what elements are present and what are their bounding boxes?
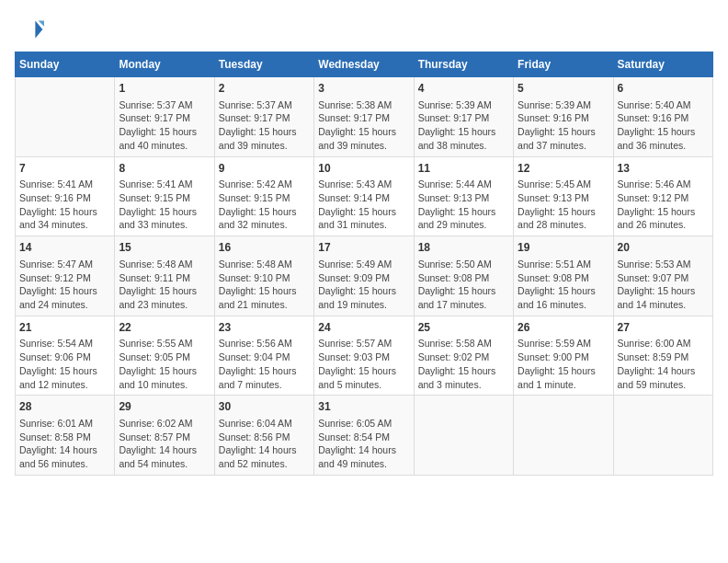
cell-info: Sunrise: 5:39 AM [418,98,509,112]
calendar-cell: 24Sunrise: 5:57 AMSunset: 9:03 PMDayligh… [314,316,414,396]
cell-info: Daylight: 15 hours [618,205,709,219]
calendar-cell: 27Sunrise: 6:00 AMSunset: 8:59 PMDayligh… [613,316,712,396]
calendar-table: SundayMondayTuesdayWednesdayThursdayFrid… [15,52,713,476]
day-number: 2 [219,81,310,97]
col-header-thursday: Thursday [414,52,513,77]
cell-info: Daylight: 15 hours [19,284,110,298]
cell-info: Sunset: 9:16 PM [19,191,110,205]
day-number: 4 [418,81,509,97]
calendar-cell: 8Sunrise: 5:41 AMSunset: 9:15 PMDaylight… [115,156,214,236]
cell-info: and 39 minutes. [219,139,310,153]
cell-info: and 34 minutes. [19,218,110,232]
cell-info: and 19 minutes. [318,298,409,312]
cell-info: Daylight: 15 hours [119,125,210,139]
cell-info: Daylight: 15 hours [219,205,310,219]
cell-info: Sunrise: 5:45 AM [518,178,609,191]
cell-info: Sunrise: 5:37 AM [219,98,310,112]
cell-info: Sunset: 9:12 PM [618,191,709,205]
calendar-cell: 13Sunrise: 5:46 AMSunset: 9:12 PMDayligh… [613,156,712,236]
calendar-cell: 5Sunrise: 5:39 AMSunset: 9:16 PMDaylight… [514,77,613,157]
cell-info: and 40 minutes. [119,139,210,153]
cell-info: Sunset: 9:03 PM [318,350,409,364]
cell-info: Sunset: 9:06 PM [19,350,110,364]
calendar-cell: 9Sunrise: 5:42 AMSunset: 9:15 PMDaylight… [214,156,313,236]
calendar-cell: 15Sunrise: 5:48 AMSunset: 9:11 PMDayligh… [115,236,214,316]
cell-info: Sunrise: 5:40 AM [618,98,709,112]
day-number: 16 [219,240,310,256]
cell-info: Sunrise: 5:48 AM [219,258,310,271]
day-number: 30 [219,399,310,415]
day-number: 22 [119,320,210,336]
cell-info: Sunrise: 5:53 AM [618,258,709,271]
day-number: 14 [19,240,110,256]
day-number: 29 [119,399,210,415]
cell-info: Sunrise: 5:46 AM [618,178,709,191]
cell-info: Sunrise: 5:37 AM [119,98,210,112]
cell-info: Sunset: 9:16 PM [618,111,709,125]
day-number: 9 [219,161,310,177]
cell-info: Sunset: 9:09 PM [318,271,409,285]
day-number: 23 [219,320,310,336]
cell-info: and 56 minutes. [19,457,110,471]
calendar-cell: 12Sunrise: 5:45 AMSunset: 9:13 PMDayligh… [514,156,613,236]
calendar-cell: 3Sunrise: 5:38 AMSunset: 9:17 PMDaylight… [314,77,414,157]
page-header [15,15,713,44]
cell-info: Sunrise: 5:58 AM [418,337,509,350]
cell-info: Sunset: 9:17 PM [418,111,509,125]
cell-info: Sunset: 8:58 PM [19,431,110,444]
cell-info: Daylight: 15 hours [418,364,509,378]
cell-info: Daylight: 15 hours [618,125,709,139]
cell-info: Sunrise: 5:41 AM [19,178,110,191]
cell-info: Daylight: 15 hours [418,284,509,298]
calendar-cell: 11Sunrise: 5:44 AMSunset: 9:13 PMDayligh… [414,156,513,236]
cell-info: Daylight: 15 hours [618,284,709,298]
calendar-cell: 18Sunrise: 5:50 AMSunset: 9:08 PMDayligh… [414,236,513,316]
cell-info: Sunrise: 5:50 AM [418,258,509,271]
cell-info: and 7 minutes. [219,378,310,392]
cell-info: Sunset: 9:15 PM [219,191,310,205]
cell-info: and 23 minutes. [119,298,210,312]
cell-info: Sunrise: 5:48 AM [119,258,210,271]
cell-info: Daylight: 15 hours [19,205,110,219]
cell-info: Daylight: 15 hours [119,205,210,219]
cell-info: Sunset: 9:12 PM [19,271,110,285]
day-number: 13 [618,161,709,177]
cell-info: Daylight: 15 hours [518,205,609,219]
cell-info: Sunset: 9:16 PM [518,111,609,125]
cell-info: Sunrise: 5:38 AM [318,98,409,112]
calendar-cell [613,396,712,476]
cell-info: and 5 minutes. [318,378,409,392]
cell-info: and 32 minutes. [219,218,310,232]
cell-info: Sunset: 8:59 PM [618,350,709,364]
cell-info: and 24 minutes. [19,298,110,312]
cell-info: Sunrise: 5:44 AM [418,178,509,191]
cell-info: Sunset: 9:04 PM [219,350,310,364]
cell-info: and 31 minutes. [318,218,409,232]
cell-info: Sunrise: 5:57 AM [318,337,409,350]
cell-info: Sunrise: 5:42 AM [219,178,310,191]
day-number: 1 [119,81,210,97]
day-number: 15 [119,240,210,256]
cell-info: Sunset: 9:17 PM [318,111,409,125]
col-header-sunday: Sunday [16,52,115,77]
cell-info: Daylight: 14 hours [318,443,409,457]
calendar-cell: 16Sunrise: 5:48 AMSunset: 9:10 PMDayligh… [214,236,313,316]
cell-info: Daylight: 15 hours [219,364,310,378]
cell-info: Sunset: 9:05 PM [119,350,210,364]
cell-info: Daylight: 15 hours [418,125,509,139]
calendar-cell: 23Sunrise: 5:56 AMSunset: 9:04 PMDayligh… [214,316,313,396]
cell-info: Sunset: 9:14 PM [318,191,409,205]
cell-info: Sunset: 8:54 PM [318,431,409,444]
cell-info: Daylight: 15 hours [518,364,609,378]
calendar-cell: 14Sunrise: 5:47 AMSunset: 9:12 PMDayligh… [16,236,115,316]
cell-info: Daylight: 15 hours [518,125,609,139]
calendar-cell: 19Sunrise: 5:51 AMSunset: 9:08 PMDayligh… [514,236,613,316]
cell-info: and 29 minutes. [418,218,509,232]
calendar-cell: 29Sunrise: 6:02 AMSunset: 8:57 PMDayligh… [115,396,214,476]
calendar-cell: 7Sunrise: 5:41 AMSunset: 9:16 PMDaylight… [16,156,115,236]
calendar-cell: 25Sunrise: 5:58 AMSunset: 9:02 PMDayligh… [414,316,513,396]
day-number: 28 [19,399,110,415]
cell-info: Sunrise: 5:41 AM [119,178,210,191]
day-number: 6 [618,81,709,97]
week-row-1: 1Sunrise: 5:37 AMSunset: 9:17 PMDaylight… [16,77,713,157]
